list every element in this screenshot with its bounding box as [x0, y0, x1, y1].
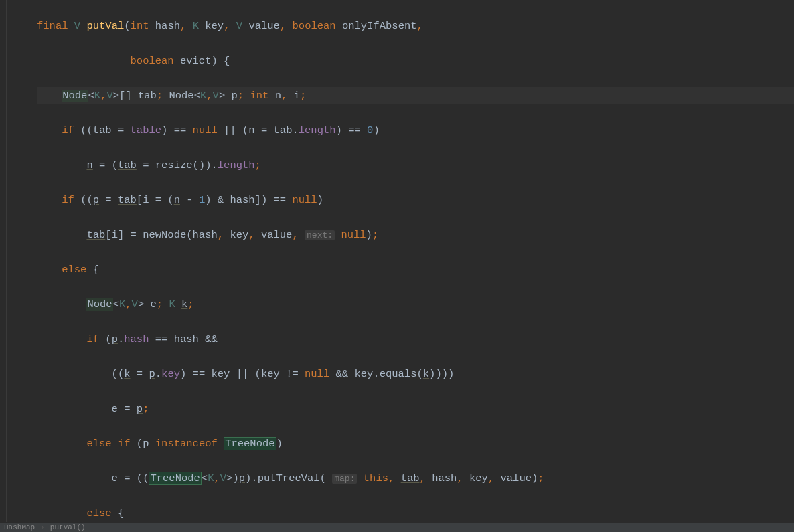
- code-line: else if (p instanceof TreeNode): [37, 435, 794, 452]
- breadcrumb-class[interactable]: HashMap: [4, 519, 35, 532]
- code-line: if (p.hash == hash &&: [37, 331, 794, 348]
- code-line: tab[i] = newNode(hash, key, value, next:…: [37, 226, 794, 244]
- code-line: else {: [37, 261, 794, 278]
- line-gutter: [7, 0, 37, 522]
- code-line: final V putVal(int hash, K key, V value,…: [37, 17, 794, 35]
- code-line: e = p;: [37, 400, 794, 418]
- code-line: e = ((TreeNode<K,V>)p).putTreeVal( map: …: [37, 470, 794, 487]
- code-editor[interactable]: final V putVal(int hash, K key, V value,…: [0, 0, 794, 522]
- code-line: n = (tab = resize()).length;: [37, 157, 794, 174]
- code-line: Node<K,V> e; K k;: [37, 296, 794, 313]
- code-line: else {: [37, 505, 794, 522]
- code-line-current: Node<K,V>[] tab; Node<K,V> p; int n, i;: [37, 87, 794, 104]
- breadcrumb-method[interactable]: putVal(): [50, 519, 86, 532]
- fold-gutter: [0, 0, 7, 522]
- code-line: if ((tab = table) == null || (n = tab.le…: [37, 122, 794, 139]
- code-line: ((k = p.key) == key || (key != null && k…: [37, 365, 794, 383]
- code-area[interactable]: final V putVal(int hash, K key, V value,…: [37, 0, 794, 522]
- code-line: boolean evict) {: [37, 52, 794, 70]
- chevron-right-icon: ›: [40, 519, 45, 532]
- breadcrumb-bar[interactable]: HashMap › putVal(): [0, 522, 794, 532]
- code-line: if ((p = tab[i = (n - 1) & hash]) == nul…: [37, 191, 794, 209]
